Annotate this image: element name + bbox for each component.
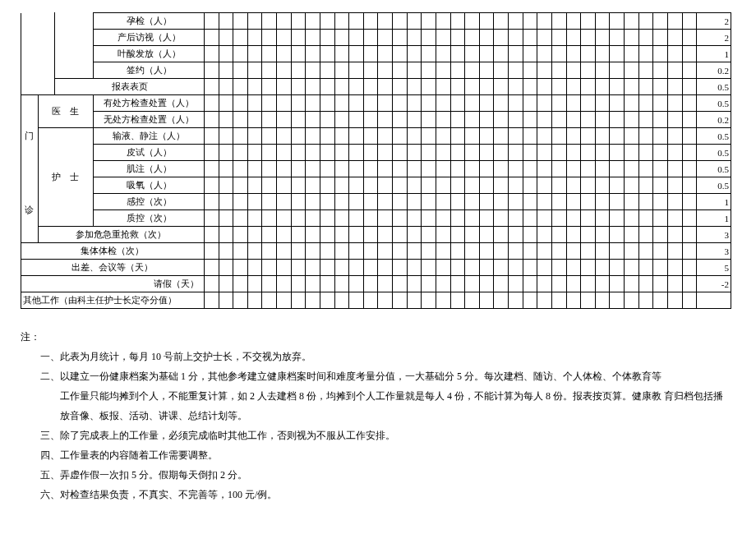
row-score: 5 [697, 260, 731, 276]
row-score: 0.5 [697, 145, 731, 161]
row-lbl: 产后访视（人） [94, 30, 205, 46]
row-lbl: 请假（天） [21, 276, 205, 292]
row-score: 1 [697, 210, 731, 227]
note-3: 三、除了完成表上的工作量，必须完成临时其他工作，否则视为不服从工作安排。 [21, 426, 731, 445]
row-score: 0.5 [697, 161, 731, 177]
row-lbl: 无处方检查处置（人） [94, 112, 205, 128]
notes-section: 注： 一、此表为月统计，每月 10 号前上交护士长，不交视为放弃。 二、以建立一… [21, 327, 731, 504]
row-lbl: 其他工作（由科主任护士长定夺分值） [21, 292, 205, 309]
row-score: 3 [697, 243, 731, 260]
row-lbl: 肌注（人） [94, 161, 205, 177]
row-score: 3 [697, 227, 731, 243]
row-lbl: 有处方检查处置（人） [94, 95, 205, 112]
side-clinic: 诊 [21, 177, 39, 243]
row-score: -2 [697, 276, 731, 292]
row-lbl: 签约（人） [94, 62, 205, 79]
note-4: 四、工作量表的内容随着工作需要调整。 [21, 445, 731, 465]
row-lbl: 报表表页 [55, 79, 205, 95]
row-lbl: 吸氧（人） [94, 177, 205, 194]
note-2b: 工作量只能均摊到个人，不能重复计算，如 2 人去建档 8 份，均摊到个人工作量就… [21, 386, 731, 406]
note-6: 六、对检查结果负责，不真实、不完善等，100 元/例。 [21, 485, 731, 504]
row-score: 2 [697, 13, 731, 30]
row-lbl: 皮试（人） [94, 145, 205, 161]
row-lbl: 叶酸发放（人） [94, 46, 205, 62]
row-lbl: 集体体检（次） [21, 243, 205, 260]
row-score: 0.5 [697, 177, 731, 194]
row-score: 0.2 [697, 62, 731, 79]
side-doctor: 医 生 [38, 95, 93, 128]
notes-head: 注： [21, 327, 731, 347]
row-score: 0.5 [697, 128, 731, 145]
row-score: 1 [697, 46, 731, 62]
workload-table: 孕检（人） 2 产后访视（人） 2 叶酸发放（人） 1 签约（人） 0.2 报表… [21, 12, 731, 309]
row-lbl: 输液、静注（人） [94, 128, 205, 145]
row-lbl: 参加危急重抢救（次） [38, 227, 204, 243]
note-2a: 二、以建立一份健康档案为基础 1 分，其他参考建立健康档案时间和难度考量分值，一… [21, 366, 731, 386]
row-lbl: 感控（次） [94, 194, 205, 210]
side-out: 门 [21, 95, 39, 177]
note-2c: 放音像、板报、活动、讲课、总结计划等。 [21, 406, 731, 426]
row-score [697, 292, 731, 309]
row-lbl: 出差、会议等（天） [21, 260, 205, 276]
note-5: 五、弄虚作假一次扣 5 分。假期每天倒扣 2 分。 [21, 465, 731, 485]
row-score: 0.5 [697, 95, 731, 112]
row-lbl: 孕检（人） [94, 13, 205, 30]
row-lbl: 质控（次） [94, 210, 205, 227]
row-score: 1 [697, 194, 731, 210]
row-score: 0.2 [697, 112, 731, 128]
row-score: 2 [697, 30, 731, 46]
row-score: 0.5 [697, 79, 731, 95]
side-nurse: 护 士 [38, 128, 93, 227]
note-1: 一、此表为月统计，每月 10 号前上交护士长，不交视为放弃。 [21, 347, 731, 366]
